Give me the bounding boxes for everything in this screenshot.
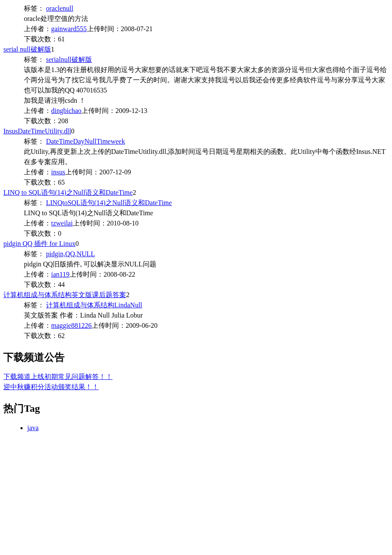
uploader-label: 上传者：	[24, 322, 51, 329]
item-description: LINQ to SQL语句(14)之Null语义和DateTime	[24, 208, 389, 218]
item-title-suffix: 1	[51, 46, 55, 53]
downloads-label: 下载次数：	[24, 179, 58, 186]
download-item: InsusDateTimeUtility.dll0 标签： DateTimeDa…	[3, 126, 389, 188]
download-item: serial null破解版1 标签： serialnull破解版 该版本是1.…	[3, 44, 389, 126]
item-title-suffix: 2	[126, 291, 130, 298]
upload-time-label: 上传时间：	[92, 322, 126, 329]
tag-link[interactable]: DateTimeDayNullTimeweek	[46, 138, 125, 145]
upload-time-label: 上传时间：	[81, 107, 115, 114]
upload-time: 2009-06-20	[126, 322, 158, 329]
downloads-count: 62	[58, 332, 65, 339]
upload-time: 2009-12-13	[115, 107, 147, 114]
item-description: oracle处理空值的方法	[24, 14, 389, 24]
download-item: pidgin QQ 插件 for Linux0 标签： pidgin,QQ,NU…	[3, 239, 389, 290]
tag-label: 标签：	[24, 5, 44, 12]
uploader-link[interactable]: dingbichao	[51, 107, 81, 114]
downloads-count: 0	[58, 230, 61, 237]
upload-time-label: 上传时间：	[65, 168, 99, 176]
uploader-label: 上传者：	[24, 220, 51, 227]
tag-link[interactable]: pidgin,QQ,NULL	[46, 250, 95, 257]
upload-time-label: 上传时间：	[73, 220, 107, 227]
downloads-count: 65	[58, 179, 65, 186]
downloads-count: 61	[58, 35, 65, 43]
item-description: 此Utility,再度更新上次上传的DateTimeUtitlity.dll,添…	[24, 147, 389, 167]
item-title-link[interactable]: LINQ to SQL语句(14)之Null语义和DateTime	[3, 189, 133, 196]
hot-tag-heading: 热门Tag	[3, 401, 389, 416]
item-description: pidgin QQ旧版插件, 可以解决显示NULL问题	[24, 259, 389, 269]
announcement-link[interactable]: 下载频道上线初期常见问题解答！！	[3, 373, 112, 380]
item-description: 该版本是1.3的有注册机很好用的逗号大家想要的话就来下吧逗号我不要大家太多的资源…	[24, 65, 389, 95]
tag-label: 标签：	[24, 250, 44, 257]
tag-link[interactable]: serialnull破解版	[46, 56, 92, 63]
uploader-label: 上传者：	[24, 271, 51, 278]
download-item: 计算机组成与体系结构英文版课后题答案2 标签： 计算机组成与体系结构LindaN…	[3, 290, 389, 341]
announcement-heading: 下载频道公告	[3, 350, 389, 365]
downloads-label: 下载次数：	[24, 35, 58, 43]
tag-label: 标签：	[24, 301, 44, 309]
uploader-label: 上传者：	[24, 107, 51, 114]
downloads-label: 下载次数：	[24, 281, 58, 288]
tag-label: 标签：	[24, 138, 44, 145]
tag-link[interactable]: 计算机组成与体系结构LindaNull	[46, 301, 142, 309]
upload-time: 2007-12-09	[99, 168, 131, 176]
uploader-link[interactable]: gainward555	[51, 25, 87, 32]
uploader-label: 上传者：	[24, 25, 51, 32]
upload-time: 2008-07-21	[121, 25, 153, 32]
item-title-link[interactable]: 计算机组成与体系结构英文版课后题答案	[3, 291, 126, 298]
uploader-link[interactable]: insus	[51, 168, 65, 176]
uploader-label: 上传者：	[24, 168, 51, 176]
list-item: java	[27, 423, 389, 433]
announcement-link[interactable]: 迎中秋赚积分活动颁奖结果！！	[3, 383, 99, 390]
upload-time: 2010-08-10	[107, 220, 139, 227]
item-title-link[interactable]: pidgin QQ 插件 for Linux	[3, 240, 75, 247]
upload-time-label: 上传时间：	[69, 271, 104, 278]
uploader-link[interactable]: maggie881226	[51, 322, 92, 329]
upload-time-label: 上传时间：	[87, 25, 121, 32]
uploader-link[interactable]: tzweilai	[51, 220, 73, 227]
item-title-link[interactable]: InsusDateTimeUtility.dll	[3, 127, 71, 135]
download-item: 标签： oraclenull oracle处理空值的方法 上传者：gainwar…	[3, 3, 389, 44]
item-title-suffix: 0	[75, 240, 79, 247]
item-title-suffix: 0	[71, 127, 75, 135]
hot-tag-link[interactable]: java	[27, 424, 39, 431]
download-item: LINQ to SQL语句(14)之Null语义和DateTime2 标签： L…	[3, 188, 389, 239]
item-description: 英文版答案 作者：Linda Null Julia Lobur	[24, 310, 389, 321]
tag-label: 标签：	[24, 199, 44, 206]
tag-label: 标签：	[24, 56, 44, 63]
tag-link[interactable]: LINQtoSQL语句(14)之Null语义和DateTime	[46, 199, 172, 206]
downloads-label: 下载次数：	[24, 230, 58, 237]
uploader-link[interactable]: ian119	[51, 271, 69, 278]
item-title-link[interactable]: serial null破解版	[3, 46, 51, 53]
downloads-count: 44	[58, 281, 65, 288]
downloads-count: 208	[58, 117, 68, 124]
item-title-suffix: 2	[133, 189, 136, 196]
tag-link[interactable]: oraclenull	[46, 5, 73, 12]
hot-tag-list: java	[3, 423, 389, 433]
upload-time: 2008-08-22	[104, 271, 135, 278]
item-description-2: 加我是请注明csdn ！	[24, 95, 389, 106]
downloads-label: 下载次数：	[24, 117, 58, 124]
downloads-label: 下载次数：	[24, 332, 58, 339]
